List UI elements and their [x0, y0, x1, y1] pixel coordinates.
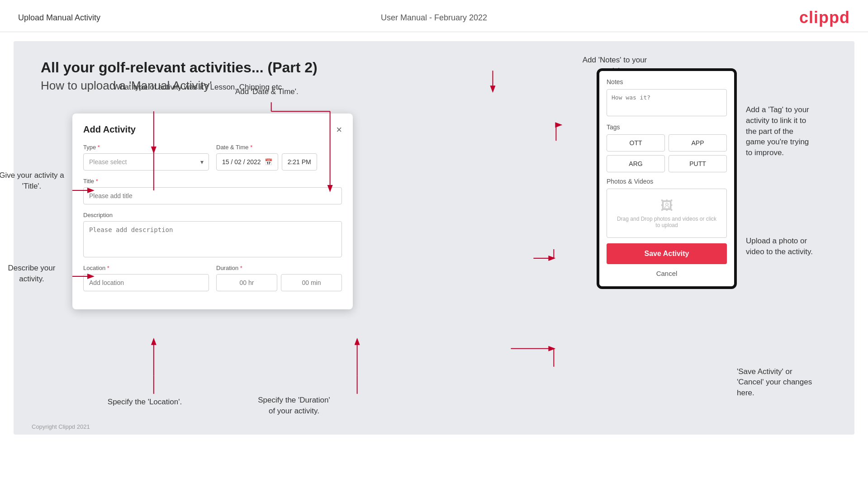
tag-putt[interactable]: PUTT	[669, 155, 727, 172]
description-label: Description	[83, 212, 342, 218]
datetime-label: Date & Time *	[216, 144, 342, 151]
manual-title: User Manual - February 2022	[381, 13, 487, 23]
description-textarea[interactable]	[83, 221, 342, 257]
annotation-upload: Upload a photo orvideo to the activity.	[746, 236, 850, 257]
save-activity-button[interactable]: Save Activity	[607, 243, 727, 264]
duration-min-input[interactable]	[281, 274, 342, 291]
upload-text: Drag and Drop photos and videos or click…	[616, 216, 717, 228]
annotation-date-time: Add 'Date & Time'.	[235, 86, 299, 97]
title-input[interactable]	[83, 187, 342, 204]
tag-app[interactable]: APP	[669, 134, 727, 152]
location-input[interactable]	[83, 274, 209, 291]
add-activity-dialog: Add Activity × Type * Please select ▾ Da…	[72, 114, 353, 309]
tag-ott[interactable]: OTT	[607, 134, 665, 152]
type-select[interactable]: Please select	[83, 153, 209, 171]
upload-area[interactable]: 🖼 Drag and Drop photos and videos or cli…	[607, 189, 727, 238]
notes-textarea[interactable]	[607, 89, 727, 116]
tags-grid: OTT APP ARG PUTT	[607, 134, 727, 172]
tags-label: Tags	[607, 123, 727, 131]
title-label: Title *	[83, 178, 342, 185]
annotation-save-cancel: 'Save Activity' or'Cancel' your changesh…	[737, 366, 850, 398]
dialog-title: Add Activity	[83, 124, 136, 135]
page-title: Upload Manual Activity	[18, 13, 100, 23]
annotation-title: Give your activity a'Title'.	[0, 170, 68, 192]
close-button[interactable]: ×	[336, 125, 342, 135]
annotation-duration: Specify the 'Duration'of your activity.	[240, 395, 348, 417]
duration-label: Duration *	[216, 265, 342, 271]
tag-arg[interactable]: ARG	[607, 155, 665, 172]
phone-mockup: Notes Tags OTT APP ARG PUTT Photos & Vid…	[597, 68, 737, 289]
calendar-icon: 📅	[265, 158, 272, 166]
annotation-location: Specify the 'Location'.	[100, 397, 190, 407]
type-label: Type *	[83, 144, 209, 151]
time-input[interactable]: 2:21 PM	[282, 153, 317, 171]
logo: clippd	[799, 8, 850, 27]
cancel-button[interactable]: Cancel	[607, 268, 727, 279]
notes-label: Notes	[607, 78, 727, 85]
date-input[interactable]: 15 / 02 / 2022 📅	[216, 153, 278, 171]
annotation-describe: Describe youractivity.	[0, 263, 68, 284]
photos-label: Photos & Videos	[607, 178, 727, 185]
copyright: Copyright Clippd 2021	[32, 423, 90, 430]
annotation-tag: Add a 'Tag' to youractivity to link it t…	[746, 104, 850, 158]
duration-hr-input[interactable]	[216, 274, 277, 291]
location-label: Location *	[83, 265, 209, 271]
upload-icon: 🖼	[616, 198, 717, 213]
